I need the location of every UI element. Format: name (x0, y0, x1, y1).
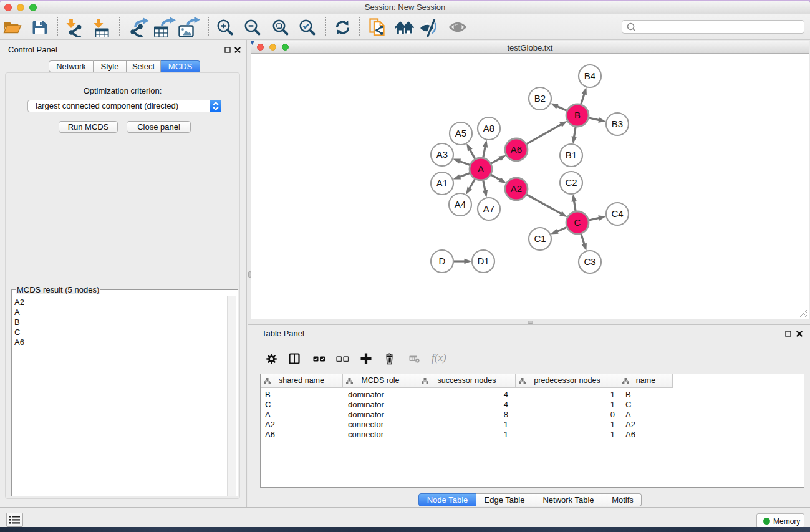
svg-text:D: D (439, 256, 446, 266)
svg-text:A8: A8 (483, 123, 494, 133)
svg-text:A3: A3 (436, 149, 448, 160)
svg-text:A: A (478, 163, 484, 174)
svg-text:A4: A4 (455, 199, 466, 210)
svg-text:B: B (574, 110, 581, 120)
svg-text:C1: C1 (534, 233, 546, 244)
svg-text:C: C (574, 217, 581, 228)
svg-text:A5: A5 (455, 128, 466, 138)
svg-text:B1: B1 (566, 150, 577, 160)
svg-text:A2: A2 (511, 183, 522, 194)
svg-text:B2: B2 (534, 93, 546, 104)
svg-text:C4: C4 (611, 208, 623, 219)
svg-text:A6: A6 (511, 144, 522, 155)
svg-text:C2: C2 (565, 177, 577, 188)
svg-text:B4: B4 (584, 70, 595, 81)
svg-text:C3: C3 (584, 256, 595, 267)
svg-text:A7: A7 (483, 203, 494, 214)
svg-text:A1: A1 (436, 178, 448, 188)
svg-text:D1: D1 (477, 256, 489, 266)
svg-text:B3: B3 (612, 118, 623, 129)
